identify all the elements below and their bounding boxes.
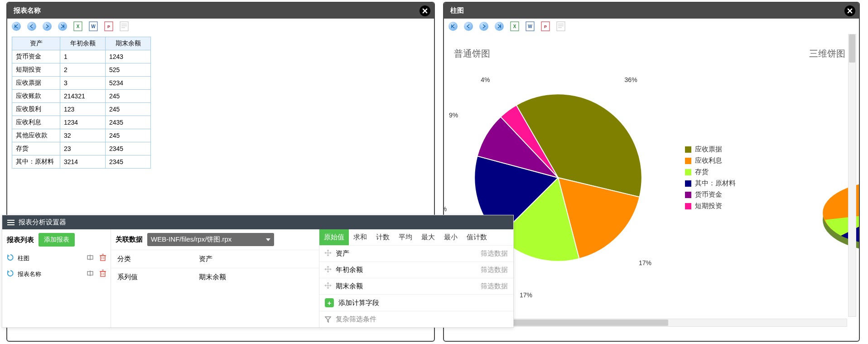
table-cell: 123 <box>60 103 106 116</box>
pdf-icon[interactable]: P <box>104 21 113 31</box>
report-list-header: 报表列表 <box>7 236 34 244</box>
trash-icon[interactable] <box>100 254 106 262</box>
filter-data-link[interactable]: 筛选数据 <box>481 266 508 274</box>
filter-data-link[interactable]: 筛选数据 <box>481 282 508 291</box>
complex-filter[interactable]: 复杂筛选条件 <box>319 311 513 327</box>
report-list-item[interactable]: 柱图 <box>2 250 111 266</box>
panel-header: 报表名称 <box>7 3 434 19</box>
refresh-icon[interactable] <box>7 270 14 278</box>
legend-label: 应收利息 <box>695 156 722 165</box>
table-cell: 245 <box>106 90 151 103</box>
filter-data-link[interactable]: 筛选数据 <box>481 249 508 258</box>
first-page-icon[interactable] <box>448 22 458 31</box>
word-icon[interactable]: W <box>526 21 535 31</box>
report-item-label: 报表名称 <box>18 270 41 278</box>
prev-page-icon[interactable] <box>464 22 473 31</box>
aggregate-tab[interactable]: 原始值 <box>319 229 349 245</box>
table-cell: 应收股利 <box>12 103 60 116</box>
plus-icon: + <box>325 298 334 307</box>
next-page-icon[interactable] <box>43 22 52 31</box>
field-name: 资产 <box>336 249 349 258</box>
close-icon[interactable] <box>420 5 430 16</box>
field-row[interactable]: 资产筛选数据 <box>319 246 513 262</box>
table-cell: 2435 <box>106 116 151 129</box>
report-list-item[interactable]: 报表名称 <box>2 266 111 282</box>
svg-rect-34 <box>101 271 105 276</box>
file-select-value: WEB-INF/files/rpx/饼图.rpx <box>151 235 231 244</box>
table-cell: 1 <box>60 50 106 63</box>
move-icon[interactable] <box>325 250 331 257</box>
field-row[interactable]: 期末余额筛选数据 <box>319 278 513 295</box>
first-page-icon[interactable] <box>12 22 21 31</box>
table-cell: 应收账款 <box>12 90 60 103</box>
panel-header: 柱图 <box>444 3 859 19</box>
excel-icon[interactable]: X <box>510 21 519 31</box>
table-cell: 245 <box>106 103 151 116</box>
chart-title: 普通饼图 <box>454 48 856 60</box>
report-list-column: 报表列表 添加报表 柱图报表名称 <box>2 229 111 327</box>
table-cell: 应收利息 <box>12 116 60 129</box>
rename-icon[interactable] <box>87 254 95 262</box>
add-calc-field[interactable]: + 添加计算字段 <box>319 295 513 311</box>
svg-text:X: X <box>77 24 80 29</box>
table-row: 存货232345 <box>12 142 151 155</box>
word-icon[interactable]: W <box>89 21 98 31</box>
table-cell: 3214 <box>60 155 106 169</box>
kv-value: 期末余额 <box>199 273 313 281</box>
svg-rect-6 <box>120 22 128 31</box>
aggregate-tab[interactable]: 最大 <box>417 229 439 245</box>
column-header: 年初余额 <box>60 37 106 50</box>
chart-title-3d: 三维饼图 <box>809 48 845 60</box>
data-table: 资产年初余额期末余额 货币资金11243短期投资2525应收票据35234应收账… <box>12 37 151 169</box>
last-page-icon[interactable] <box>495 22 504 31</box>
table-row: 应收票据35234 <box>12 77 151 90</box>
legend-item: 应收票据 <box>685 145 736 154</box>
refresh-icon[interactable] <box>7 254 14 262</box>
legend-swatch <box>685 203 691 209</box>
move-icon[interactable] <box>325 282 331 290</box>
add-report-button[interactable]: 添加报表 <box>39 233 75 247</box>
svg-rect-27 <box>101 256 105 261</box>
legend-item: 其中：原材料 <box>685 179 736 188</box>
svg-text:P: P <box>544 24 547 29</box>
svg-rect-16 <box>557 22 565 31</box>
aggregate-tab[interactable]: 计数 <box>371 229 394 245</box>
trash-icon[interactable] <box>100 270 106 278</box>
pdf-icon[interactable]: P <box>541 21 550 31</box>
file-select[interactable]: WEB-INF/files/rpx/饼图.rpx <box>147 233 274 246</box>
aggregate-tab[interactable]: 求和 <box>349 229 371 245</box>
column-header: 资产 <box>12 37 60 50</box>
table-row: 其他应收款32245 <box>12 129 151 142</box>
settings-title: 报表分析设置器 <box>19 218 66 227</box>
move-icon[interactable] <box>325 266 331 274</box>
kv-row: 分类资产 <box>111 250 319 268</box>
legend-swatch <box>685 169 691 175</box>
rename-icon[interactable] <box>87 270 95 278</box>
text-icon[interactable] <box>556 21 565 31</box>
excel-icon[interactable]: X <box>73 21 82 31</box>
aggregate-tab[interactable]: 平均 <box>394 229 417 245</box>
close-icon[interactable] <box>844 5 855 16</box>
chevron-down-icon <box>266 238 270 241</box>
report-analysis-settings: 报表分析设置器 报表列表 添加报表 柱图报表名称 关联数据 WEB-INF/fi… <box>2 215 514 328</box>
aggregate-tab[interactable]: 最小 <box>439 229 462 245</box>
legend: 应收票据应收利息存货其中：原材料货币资金短期投资 <box>685 145 736 210</box>
table-cell: 1243 <box>106 50 151 63</box>
related-data-column: 关联数据 WEB-INF/files/rpx/饼图.rpx 分类资产系列值期末余… <box>111 229 319 327</box>
text-icon[interactable] <box>120 21 129 31</box>
last-page-icon[interactable] <box>58 22 67 31</box>
field-row[interactable]: 年初余额筛选数据 <box>319 262 513 278</box>
toolbar: X W P <box>7 19 434 34</box>
filter-icon <box>325 316 331 323</box>
fields-column: 原始值求和计数平均最大最小值计数 资产筛选数据年初余额筛选数据期末余额筛选数据 … <box>319 229 513 327</box>
prev-page-icon[interactable] <box>27 22 36 31</box>
table-cell: 应收票据 <box>12 77 60 90</box>
next-page-icon[interactable] <box>479 22 488 31</box>
scrollbar-vertical[interactable] <box>848 34 856 317</box>
table-row: 其中：原材料32142345 <box>12 155 151 169</box>
aggregate-tab[interactable]: 值计数 <box>462 229 492 245</box>
table-row: 应收股利123245 <box>12 103 151 116</box>
aggregate-tabs: 原始值求和计数平均最大最小值计数 <box>319 229 513 246</box>
kv-value: 资产 <box>199 255 313 263</box>
menu-icon <box>7 219 15 226</box>
